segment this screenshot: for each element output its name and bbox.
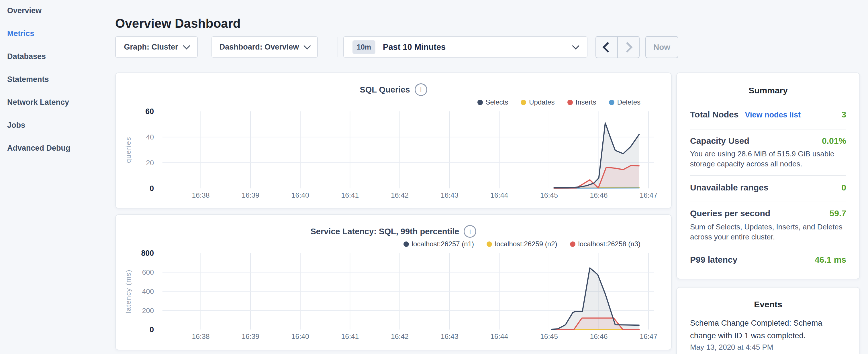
p99-latency-value: 46.1 ms (815, 255, 846, 265)
svg-text:queries: queries (124, 137, 132, 163)
sidebar-item-jobs[interactable]: Jobs (7, 114, 104, 137)
svg-text:16:39: 16:39 (242, 191, 259, 199)
total-nodes-label: Total Nodes (690, 110, 739, 120)
svg-text:16:42: 16:42 (391, 332, 409, 340)
dashboard-dropdown-label: Dashboard: Overview (219, 43, 299, 52)
sidebar: OverviewMetricsDatabasesStatementsNetwor… (7, 0, 104, 160)
svg-text:16:38: 16:38 (192, 332, 210, 340)
summary-panel: Summary Total Nodes View nodes list 3 Ca… (676, 72, 860, 279)
svg-text:16:46: 16:46 (590, 332, 608, 340)
chevron-down-icon (304, 42, 311, 49)
summary-row-qps: Queries per second 59.7 (690, 208, 846, 218)
svg-text:0: 0 (150, 325, 154, 334)
graph-dropdown-label: Graph: Cluster (124, 43, 178, 52)
svg-text:0: 0 (150, 184, 154, 193)
svg-text:16:43: 16:43 (441, 191, 459, 199)
sidebar-item-statements[interactable]: Statements (7, 68, 104, 91)
unavailable-ranges-label: Unavailable ranges (690, 183, 768, 192)
svg-text:16:41: 16:41 (341, 191, 359, 199)
svg-text:200: 200 (142, 307, 154, 315)
svg-text:16:44: 16:44 (490, 332, 508, 340)
svg-text:16:40: 16:40 (291, 332, 309, 340)
queries-per-second-label: Queries per second (690, 208, 770, 218)
svg-text:16:45: 16:45 (540, 332, 558, 340)
time-forward-button[interactable] (618, 37, 639, 58)
sidebar-item-databases[interactable]: Databases (7, 45, 104, 68)
event-item-timestamp: May 13, 2020 at 4:45 PM (690, 343, 846, 352)
svg-text:16:44: 16:44 (490, 191, 508, 199)
svg-text:16:42: 16:42 (391, 191, 409, 199)
summary-row-capacity: Capacity Used 0.01% (690, 136, 846, 146)
view-nodes-list-link[interactable]: View nodes list (745, 110, 801, 120)
summary-row-total-nodes: Total Nodes View nodes list 3 (690, 110, 846, 120)
divider (690, 175, 846, 176)
now-button-label: Now (653, 43, 670, 52)
sidebar-item-network-latency[interactable]: Network Latency (7, 91, 104, 114)
page-title: Overview Dashboard (115, 16, 241, 31)
p99-latency-label: P99 latency (690, 255, 737, 265)
sidebar-list: OverviewMetricsDatabasesStatementsNetwor… (7, 0, 104, 160)
page: OverviewMetricsDatabasesStatementsNetwor… (0, 0, 868, 354)
sidebar-item-overview[interactable]: Overview (7, 0, 104, 22)
events-panel: Events Schema Change Completed: Schema c… (676, 287, 860, 354)
summary-inner: Summary Total Nodes View nodes list 3 Ca… (677, 73, 859, 279)
svg-text:40: 40 (146, 133, 154, 141)
queries-per-second-description: Sum of Selects, Updates, Inserts, and De… (690, 222, 846, 242)
svg-text:16:45: 16:45 (540, 191, 558, 199)
sql-queries-chart[interactable]: 16:3816:3916:4016:4116:4216:4316:4416:45… (116, 73, 671, 208)
service-latency-chart[interactable]: 16:3816:3916:4016:4116:4216:4316:4416:45… (116, 215, 671, 350)
svg-text:16:47: 16:47 (640, 191, 657, 199)
svg-text:latency (ms): latency (ms) (124, 269, 132, 313)
svg-text:16:39: 16:39 (242, 332, 259, 340)
queries-per-second-value: 59.7 (830, 208, 846, 218)
svg-text:60: 60 (145, 107, 154, 116)
summary-row-unavailable: Unavailable ranges 0 (690, 183, 846, 192)
divider (690, 202, 846, 202)
events-title: Events (677, 299, 859, 309)
summary-row-p99: P99 latency 46.1 ms (690, 255, 846, 265)
dashboard-dropdown[interactable]: Dashboard: Overview (212, 36, 318, 58)
unavailable-ranges-value: 0 (841, 183, 846, 192)
time-back-button[interactable] (596, 37, 618, 58)
divider (690, 248, 846, 248)
sidebar-item-metrics[interactable]: Metrics (7, 22, 104, 45)
svg-text:400: 400 (142, 288, 154, 295)
svg-text:600: 600 (142, 268, 154, 276)
svg-text:16:40: 16:40 (291, 191, 309, 199)
sql-queries-panel: SQL Queries i SelectsUpdatesInsertsDelet… (115, 72, 672, 208)
controls-divider (338, 37, 338, 57)
event-item-text[interactable]: Schema Change Completed: Schema change w… (690, 317, 846, 342)
time-step-buttons (595, 36, 640, 58)
now-button[interactable]: Now (645, 36, 678, 58)
svg-text:16:41: 16:41 (341, 332, 359, 340)
time-range-selector[interactable]: 10m Past 10 Minutes (343, 36, 587, 58)
total-nodes-value: 3 (841, 110, 846, 120)
sidebar-item-advanced-debug[interactable]: Advanced Debug (7, 137, 104, 160)
chevron-down-icon (572, 42, 579, 49)
divider (690, 129, 846, 129)
capacity-used-value: 0.01% (822, 136, 846, 146)
chevron-left-icon (602, 42, 613, 53)
svg-text:800: 800 (141, 249, 154, 257)
svg-text:16:38: 16:38 (192, 191, 210, 199)
summary-title: Summary (677, 86, 859, 95)
capacity-used-label: Capacity Used (690, 136, 749, 146)
chevron-right-icon (622, 42, 633, 53)
capacity-used-description: You are using 28.6 MiB of 515.9 GiB usab… (690, 149, 846, 169)
chevron-down-icon (183, 42, 190, 49)
svg-text:16:43: 16:43 (441, 332, 459, 340)
graph-dropdown[interactable]: Graph: Cluster (115, 36, 198, 58)
service-latency-panel: Service Latency: SQL, 99th percentile i … (115, 214, 672, 350)
time-range-badge: 10m (352, 40, 375, 54)
svg-text:16:46: 16:46 (590, 191, 608, 199)
time-range-label: Past 10 Minutes (383, 42, 573, 52)
svg-text:20: 20 (146, 159, 154, 167)
svg-text:16:47: 16:47 (640, 332, 657, 340)
